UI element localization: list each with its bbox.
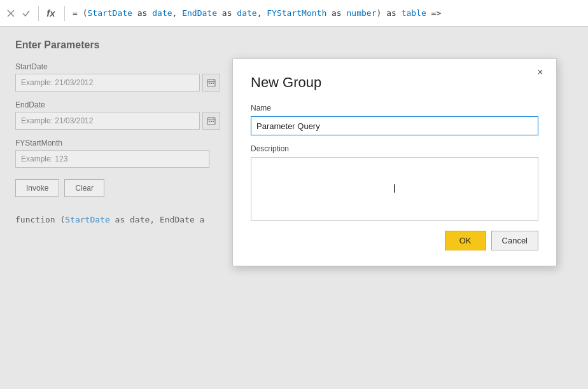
cancel-formula-icon[interactable]: [5, 8, 17, 19]
formula-bar-icons: fx: [5, 6, 57, 21]
description-area[interactable]: I: [251, 157, 538, 221]
modal-title: New Group: [251, 74, 538, 91]
cancel-button[interactable]: Cancel: [491, 231, 538, 250]
modal-close-button[interactable]: ×: [533, 65, 547, 79]
formula-input: = (StartDate as date, EndDate as date, F…: [73, 8, 583, 18]
formula-text: = (StartDate as date, EndDate as date, F…: [73, 8, 441, 18]
name-input[interactable]: [251, 116, 538, 135]
new-group-dialog: × New Group Name Description I OK Cancel: [232, 58, 557, 266]
confirm-formula-icon[interactable]: [20, 8, 32, 19]
text-cursor-icon: I: [393, 183, 396, 194]
modal-footer: OK Cancel: [251, 231, 538, 250]
formula-divider-2: [64, 6, 65, 21]
fx-icon: fx: [45, 8, 57, 19]
ok-button[interactable]: OK: [445, 231, 486, 250]
name-label: Name: [251, 104, 538, 113]
description-label: Description: [251, 144, 538, 153]
formula-bar: fx = (StartDate as date, EndDate as date…: [0, 0, 588, 27]
formula-divider: [38, 6, 39, 21]
main-content: Enter Parameters StartDate: [0, 27, 588, 389]
